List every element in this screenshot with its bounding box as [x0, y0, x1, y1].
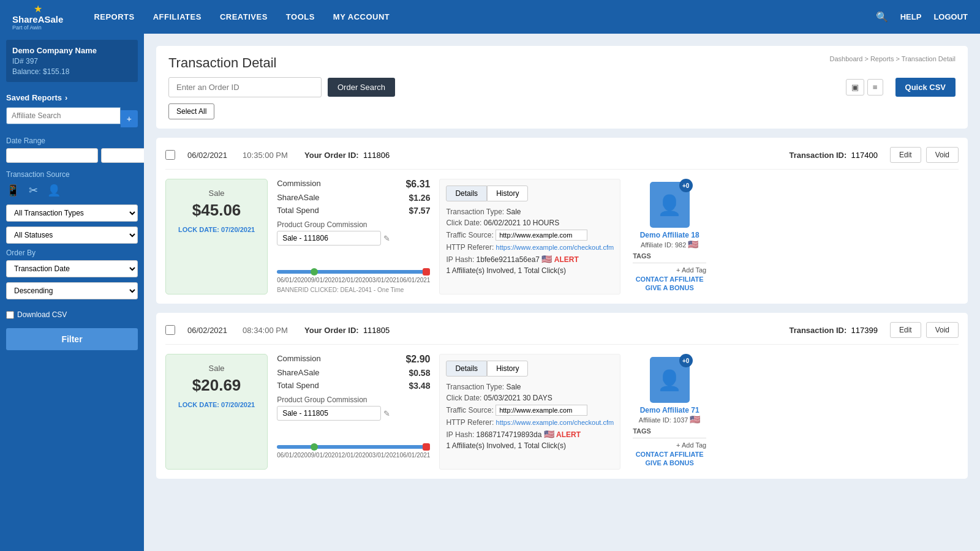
history-tab-2[interactable]: History — [487, 361, 528, 377]
date-range-label: Date Range — [6, 137, 138, 145]
alert-badge-1: ALERT — [554, 255, 579, 264]
source-icons: 📱 ✂ 👤 — [6, 184, 138, 197]
affiliate-avatar-wrap-1: 👤 +0 — [650, 182, 690, 228]
transaction-id-label-1: Transaction ID: 117400 — [789, 151, 878, 160]
page-title: Transaction Detail — [168, 55, 276, 71]
edit-button-2[interactable]: Edit — [890, 322, 921, 338]
banner-info-1: BANNERID CLICKED: DEAL-2041 - One Time — [277, 287, 430, 293]
mobile-icon[interactable]: 📱 — [6, 184, 20, 197]
content-header: Transaction Detail Dashboard > Reports >… — [156, 46, 968, 129]
nav-links: REPORTS AFFILIATES CREATIVES TOOLS MY AC… — [94, 12, 875, 21]
scissors-icon[interactable]: ✂ — [29, 184, 38, 197]
nav-my-account[interactable]: MY ACCOUNT — [333, 12, 390, 21]
give-bonus-2[interactable]: GIVE A BONUS — [633, 459, 706, 467]
lock-date-1: LOCK DATE: 07/20/2021 — [178, 226, 255, 233]
give-bonus-1[interactable]: GIVE A BONUS — [633, 284, 706, 291]
date-from-input[interactable] — [6, 148, 98, 163]
card-view-button[interactable]: ▣ — [846, 79, 864, 96]
history-tab-1[interactable]: History — [487, 186, 528, 201]
commission-row-1: Commission $6.31 — [277, 179, 430, 190]
select-all-button[interactable]: Select All — [168, 103, 214, 119]
traffic-source-input-2[interactable] — [496, 405, 587, 416]
order-id-input[interactable] — [168, 77, 322, 97]
timeline2-label-3: 03/01/2021 — [369, 452, 399, 459]
download-csv-checkbox[interactable] — [6, 311, 14, 319]
nav-creatives[interactable]: CREATIVES — [220, 12, 268, 21]
timeline-label-3: 03/01/2021 — [369, 277, 399, 283]
transaction-time-1: 10:35:00 PM — [243, 151, 288, 160]
saved-reports-button[interactable]: Saved Reports › — [6, 88, 138, 107]
person-icon[interactable]: 👤 — [47, 184, 61, 197]
affiliate-search-row: + — [6, 107, 138, 130]
involved-row-2: 1 Affiliate(s) Involved, 1 Total Click(s… — [446, 441, 614, 450]
trans-type-row-2: Transaction Type: Sale — [446, 383, 614, 391]
transaction-info-panel-2: Details History Transaction Type: Sale C… — [439, 354, 620, 470]
involved-row-1: 1 Affiliate(s) Involved, 1 Total Click(s… — [446, 266, 614, 275]
list-view-button[interactable]: ≡ — [867, 79, 883, 96]
transaction-checkbox-2[interactable] — [165, 325, 175, 335]
product-group-input-2[interactable] — [277, 406, 381, 421]
timeline-label-2: 12/01/2020 — [338, 277, 369, 283]
details-tab-2[interactable]: Details — [446, 361, 487, 377]
nav-affiliates[interactable]: AFFILIATES — [153, 12, 202, 21]
tags-label-2: TAGS — [633, 427, 706, 435]
affiliate-name-1[interactable]: Demo Affiliate 18 — [633, 231, 706, 239]
account-balance: Balance: $155.18 — [12, 67, 132, 76]
affiliate-avatar-wrap-2: 👤 +0 — [650, 357, 690, 403]
affiliate-badge-1: +0 — [679, 179, 693, 192]
timeline-label-1: 09/01/2020 — [307, 277, 338, 283]
affiliate-badge-2: +0 — [679, 354, 693, 367]
nav-tools[interactable]: TOOLS — [286, 12, 315, 21]
lock-date-2: LOCK DATE: 07/20/2021 — [178, 401, 255, 408]
affiliate-search-button[interactable]: + — [121, 110, 138, 127]
contact-affiliate-1[interactable]: CONTACT AFFILIATE — [633, 276, 706, 283]
nav-reports[interactable]: REPORTS — [94, 12, 134, 21]
transaction-date-2: 06/02/2021 — [187, 326, 227, 335]
order-search-button[interactable]: Order Search — [328, 78, 395, 97]
product-group-input-1[interactable] — [277, 231, 381, 246]
date-to-input[interactable] — [101, 148, 144, 163]
timeline2-label-1: 09/01/2020 — [307, 452, 338, 459]
transaction-type-select[interactable]: All Transaction Types — [6, 204, 138, 222]
search-icon[interactable]: 🔍 — [876, 11, 888, 23]
click-date-row-2: Click Date: 05/03/2021 30 DAYS — [446, 394, 614, 402]
status-select[interactable]: All Statuses — [6, 227, 138, 244]
affiliate-name-2[interactable]: Demo Affiliate 71 — [633, 406, 706, 414]
nav-help[interactable]: HELP — [900, 12, 922, 21]
logo-text: ShareASale — [12, 15, 63, 25]
contact-affiliate-2[interactable]: CONTACT AFFILIATE — [633, 451, 706, 458]
sale-type-1: Sale — [178, 189, 255, 198]
transaction-body-1: Sale $45.06 LOCK DATE: 07/20/2021 Commis… — [165, 179, 959, 294]
sale-amount-2: $20.69 — [178, 376, 255, 395]
product-group-icon-2[interactable]: ✎ — [383, 409, 390, 418]
nav-right: 🔍 HELP LOGOUT — [876, 11, 968, 23]
filter-button[interactable]: Filter — [6, 328, 138, 350]
void-button-2[interactable]: Void — [926, 322, 959, 338]
nav-logout[interactable]: LOGOUT — [933, 12, 968, 21]
avatar-person-icon-2: 👤 — [657, 369, 682, 392]
affiliate-search-input[interactable] — [6, 107, 121, 124]
traffic-source-input-1[interactable] — [496, 230, 587, 241]
affiliate-flag-1: 🇺🇸 — [688, 239, 698, 249]
transaction-time-2: 08:34:00 PM — [243, 326, 288, 335]
details-tab-1[interactable]: Details — [446, 186, 487, 201]
order-direction-select[interactable]: Descending — [6, 282, 138, 299]
edit-button-1[interactable]: Edit — [890, 147, 921, 163]
transaction-card-2: 06/02/2021 08:34:00 PM Your Order ID: 11… — [156, 313, 968, 479]
http-referer-row-2: HTTP Referer: https://www.example.com/ch… — [446, 418, 614, 427]
quick-csv-button[interactable]: Quick CSV — [895, 78, 956, 97]
transaction-checkbox-1[interactable] — [165, 150, 175, 160]
order-by-select[interactable]: Transaction Date — [6, 260, 138, 277]
sidebar-account: Demo Company Name ID# 397 Balance: $155.… — [6, 40, 138, 82]
product-group-icon-1[interactable]: ✎ — [383, 234, 390, 243]
traffic-source-row-2: Traffic Source: — [446, 405, 614, 416]
add-tag-1[interactable]: + Add Tag — [633, 266, 706, 274]
timeline2-label-4: 06/01/2021 — [399, 452, 430, 459]
http-referer-row-1: HTTP Referer: https://www.example.com/ch… — [446, 243, 614, 252]
transaction-date-1: 06/02/2021 — [187, 151, 227, 160]
add-tag-2[interactable]: + Add Tag — [633, 441, 706, 449]
flag-icon-1: 🇺🇸 — [541, 254, 552, 264]
transaction-info-panel-1: Details History Transaction Type: Sale C… — [439, 179, 620, 294]
void-button-1[interactable]: Void — [926, 147, 959, 163]
timeline2-label-2: 12/01/2020 — [338, 452, 369, 459]
